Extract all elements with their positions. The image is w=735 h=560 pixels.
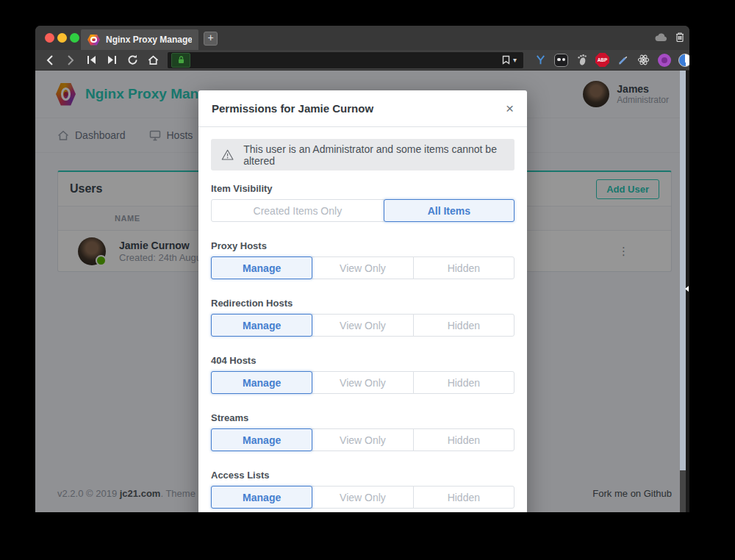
reload-button[interactable]: [123, 52, 141, 68]
item-visibility-label: Item Visibility: [211, 183, 514, 194]
option-manage[interactable]: Manage: [211, 371, 312, 394]
abp-badge: ABP: [595, 53, 609, 67]
permission-section-streams: Streams Manage View Only Hidden: [211, 412, 514, 451]
trash-icon[interactable]: [675, 32, 685, 43]
ext-goggles-icon[interactable]: [554, 53, 568, 67]
ext-pie-icon[interactable]: [678, 53, 689, 67]
option-hidden[interactable]: Hidden: [413, 486, 514, 509]
browser-tab[interactable]: Nginx Proxy Manager: [81, 29, 198, 50]
rewind-button[interactable]: [82, 52, 100, 68]
new-tab-button[interactable]: +: [204, 32, 218, 46]
option-manage[interactable]: Manage: [211, 428, 312, 451]
ext-fork-icon[interactable]: [534, 53, 548, 67]
option-hidden[interactable]: Hidden: [413, 371, 514, 394]
option-hidden[interactable]: Hidden: [413, 428, 514, 451]
option-manage[interactable]: Manage: [211, 486, 312, 509]
window-zoom-button[interactable]: [70, 33, 79, 43]
sync-cloud-icon[interactable]: [655, 33, 667, 42]
modal-title: Permissions for Jamie Curnow: [212, 102, 373, 115]
option-view-only[interactable]: View Only: [312, 428, 413, 451]
permission-section-404-hosts: 404 Hosts Manage View Only Hidden: [211, 355, 514, 394]
permission-section-label: Streams: [211, 412, 514, 423]
permission-options: Manage View Only Hidden: [211, 428, 514, 451]
window-minimize-button[interactable]: [57, 33, 67, 43]
close-icon[interactable]: ×: [506, 101, 514, 115]
permission-section-label: 404 Hosts: [211, 355, 514, 366]
browser-window: Nginx Proxy Manager +: [35, 26, 689, 512]
option-created-items-only[interactable]: Created Items Only: [211, 199, 384, 222]
permission-section-label: Access Lists: [211, 470, 514, 481]
bookmark-caret-icon[interactable]: ▾: [513, 56, 517, 64]
extension-row: ABP: [534, 53, 689, 67]
desktop: Nginx Proxy Manager +: [0, 0, 735, 560]
ssl-lock-icon: [171, 53, 190, 68]
forward-button[interactable]: [62, 52, 79, 68]
browser-toolbar: ▾ ABP: [35, 50, 689, 71]
item-visibility-section: Item Visibility Created Items Only All I…: [211, 183, 514, 222]
ext-purple-icon[interactable]: [657, 53, 671, 67]
ext-atom-icon[interactable]: [637, 53, 650, 67]
tab-favicon: [87, 35, 100, 46]
option-all-items[interactable]: All Items: [384, 199, 514, 222]
permission-options: Manage View Only Hidden: [211, 371, 514, 394]
permission-section-proxy-hosts: Proxy Hosts Manage View Only Hidden: [211, 240, 514, 279]
admin-alert-text: This user is an Administrator and some i…: [243, 143, 504, 167]
option-manage[interactable]: Manage: [211, 314, 312, 337]
option-view-only[interactable]: View Only: [312, 486, 413, 509]
option-manage[interactable]: Manage: [211, 256, 312, 279]
permission-options: Manage View Only Hidden: [211, 314, 514, 337]
option-view-only[interactable]: View Only: [312, 256, 413, 279]
admin-alert: This user is an Administrator and some i…: [211, 139, 514, 170]
window-close-button[interactable]: [45, 33, 54, 43]
option-view-only[interactable]: View Only: [312, 371, 413, 394]
bookmark-icon[interactable]: [502, 55, 510, 65]
permission-section-label: Proxy Hosts: [211, 240, 514, 251]
back-button[interactable]: [41, 52, 59, 68]
item-visibility-options: Created Items Only All Items: [211, 199, 514, 222]
modal-body: This user is an Administrator and some i…: [198, 127, 527, 512]
ext-pen-icon[interactable]: [616, 53, 630, 67]
page-viewport: Nginx Proxy Manager James Administrator …: [35, 71, 689, 512]
address-bar[interactable]: ▾: [168, 52, 523, 68]
warning-icon: [221, 148, 234, 161]
ext-adblock-plus-icon[interactable]: ABP: [595, 53, 609, 67]
option-view-only[interactable]: View Only: [312, 314, 413, 337]
scrollbar-thumb[interactable]: [680, 71, 686, 470]
option-hidden[interactable]: Hidden: [413, 314, 514, 337]
browser-titlebar: Nginx Proxy Manager +: [35, 26, 689, 50]
permission-options: Manage View Only Hidden: [211, 486, 514, 509]
fast-forward-button[interactable]: [103, 52, 121, 68]
permission-section-redirection-hosts: Redirection Hosts Manage View Only Hidde…: [211, 298, 514, 337]
ext-gnome-foot-icon[interactable]: [575, 53, 589, 67]
permission-section-access-lists: Access Lists Manage View Only Hidden: [211, 470, 514, 509]
permissions-modal: Permissions for Jamie Curnow × This user…: [198, 90, 527, 512]
permission-section-label: Redirection Hosts: [211, 298, 514, 309]
option-hidden[interactable]: Hidden: [413, 256, 514, 279]
home-button[interactable]: [144, 52, 162, 68]
modal-header: Permissions for Jamie Curnow ×: [198, 90, 527, 127]
panel-toggle-arrow-icon[interactable]: [685, 286, 689, 292]
permission-options: Manage View Only Hidden: [211, 256, 514, 279]
tab-title: Nginx Proxy Manager: [106, 35, 192, 45]
